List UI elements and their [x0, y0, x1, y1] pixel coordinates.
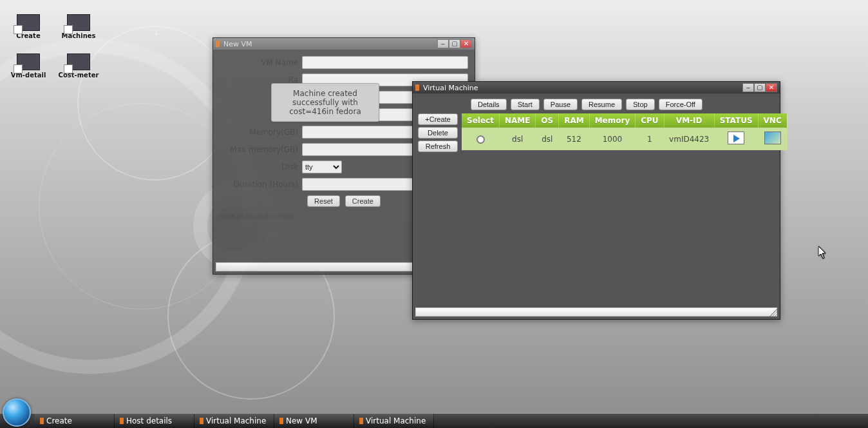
label-duration: Duration (Hours)	[220, 180, 302, 189]
monitor-icon	[17, 14, 40, 31]
input-vm-name[interactable]	[302, 56, 468, 69]
cell-cpu: 1	[636, 128, 664, 150]
window-virtual-machine[interactable]: Virtual Machine ‒ ▢ ✕ Details Start Paus…	[412, 81, 780, 320]
cell-ram: 512	[559, 128, 589, 150]
desktop-icon-cost-meter[interactable]: Cost-meter	[62, 54, 95, 79]
close-button[interactable]: ✕	[460, 39, 472, 48]
col-os: OS	[536, 113, 559, 128]
taskbar-item-label: New VM	[286, 416, 317, 425]
col-status: STATUS	[714, 113, 758, 128]
window-indicator-icon	[415, 84, 419, 91]
maximize-button[interactable]: ▢	[754, 83, 766, 92]
cell-os: dsl	[536, 128, 559, 150]
reset-button[interactable]: Reset	[307, 195, 340, 207]
window-indicator-icon	[40, 418, 44, 424]
taskbar-item-label: Create	[46, 416, 72, 425]
taskbar-item-label: Host details	[126, 416, 172, 425]
refresh-vm-button[interactable]: Refresh	[418, 141, 458, 152]
pause-button[interactable]: Pause	[543, 99, 578, 110]
label-vm-name: VM Name	[220, 58, 302, 67]
col-cpu: CPU	[636, 113, 664, 128]
window-indicator-icon	[359, 418, 363, 424]
play-icon[interactable]	[728, 131, 744, 144]
toast-message: Machine created successfully with cost=4…	[271, 83, 379, 122]
col-name: NAME	[499, 113, 535, 128]
vm-action-toolbar: Details Start Pause Resume Stop Force-Of…	[471, 99, 775, 110]
titlebar[interactable]: Virtual Machine ‒ ▢ ✕	[413, 82, 780, 93]
status-bar	[415, 307, 777, 316]
details-button[interactable]: Details	[471, 99, 507, 110]
desktop-icon-grid: Create Machines Vm-detail Cost-meter	[12, 14, 95, 79]
taskbar-item-label: Virtual Machine	[206, 416, 266, 425]
create-button[interactable]: Create	[345, 195, 381, 207]
col-select: Select	[462, 113, 499, 128]
resize-handle[interactable]	[769, 309, 777, 316]
force-off-button[interactable]: Force-Off	[659, 99, 703, 110]
col-memory: Memory	[589, 113, 636, 128]
window-title: Virtual Machine	[423, 84, 478, 92]
start-button[interactable]: Start	[511, 99, 540, 110]
col-vmid: VM-ID	[664, 113, 714, 128]
taskbar: Create Host details Virtual Machine New …	[0, 414, 868, 428]
taskbar-item-create[interactable]: Create	[35, 414, 115, 428]
vnc-icon[interactable]	[764, 131, 781, 144]
desktop-icon-machines[interactable]: Machines	[62, 14, 95, 39]
window-indicator-icon	[120, 418, 124, 424]
stop-button[interactable]: Stop	[626, 99, 655, 110]
desktop-icon-vm-detail[interactable]: Vm-detail	[12, 54, 45, 79]
minimize-button[interactable]: ‒	[742, 83, 754, 92]
monitor-icon	[67, 14, 90, 31]
vm-table: Select NAME OS RAM Memory CPU VM-ID STAT…	[462, 113, 788, 150]
table-row[interactable]: dsl dsl 512 1000 1 vmID4423	[462, 128, 787, 150]
col-ram: RAM	[559, 113, 589, 128]
titlebar[interactable]: New VM ‒ ▢ ✕	[213, 38, 475, 50]
label-disk: Disk	[220, 162, 302, 171]
maximize-button[interactable]: ▢	[449, 39, 460, 48]
create-vm-button[interactable]: +Create	[418, 113, 458, 125]
monitor-icon	[17, 54, 40, 70]
start-menu-button[interactable]	[3, 398, 31, 427]
cell-memory: 1000	[589, 128, 636, 150]
window-indicator-icon	[216, 41, 220, 47]
row-select-radio[interactable]	[476, 135, 485, 144]
vm-panel: Details Start Pause Resume Stop Force-Of…	[413, 93, 780, 319]
delete-vm-button[interactable]: Delete	[418, 127, 458, 139]
close-button[interactable]: ✕	[766, 83, 777, 92]
cell-vmid: vmID4423	[664, 128, 714, 150]
monitor-icon	[67, 54, 90, 70]
desktop-icon-create[interactable]: Create	[12, 14, 45, 39]
select-disk[interactable]: tty	[302, 160, 342, 173]
window-indicator-icon	[279, 418, 283, 424]
col-vnc: VNC	[758, 113, 787, 128]
taskbar-item-new-vm[interactable]: New VM	[274, 414, 354, 428]
taskbar-item-virtual-machine-2[interactable]: Virtual Machine	[354, 414, 434, 428]
resume-button[interactable]: Resume	[581, 99, 622, 110]
label-max-memory: Max memory(GB)	[220, 145, 302, 154]
minimize-button[interactable]: ‒	[437, 39, 449, 48]
cell-name: dsl	[499, 128, 535, 150]
label-memory: Memory(GB)	[220, 128, 302, 137]
taskbar-item-label: Virtual Machine	[366, 416, 426, 425]
taskbar-item-host-details[interactable]: Host details	[115, 414, 194, 428]
vm-side-toolbar: +Create Delete Refresh	[418, 113, 458, 152]
taskbar-item-virtual-machine-1[interactable]: Virtual Machine	[194, 414, 274, 428]
window-indicator-icon	[200, 418, 203, 424]
window-title: New VM	[223, 40, 252, 48]
